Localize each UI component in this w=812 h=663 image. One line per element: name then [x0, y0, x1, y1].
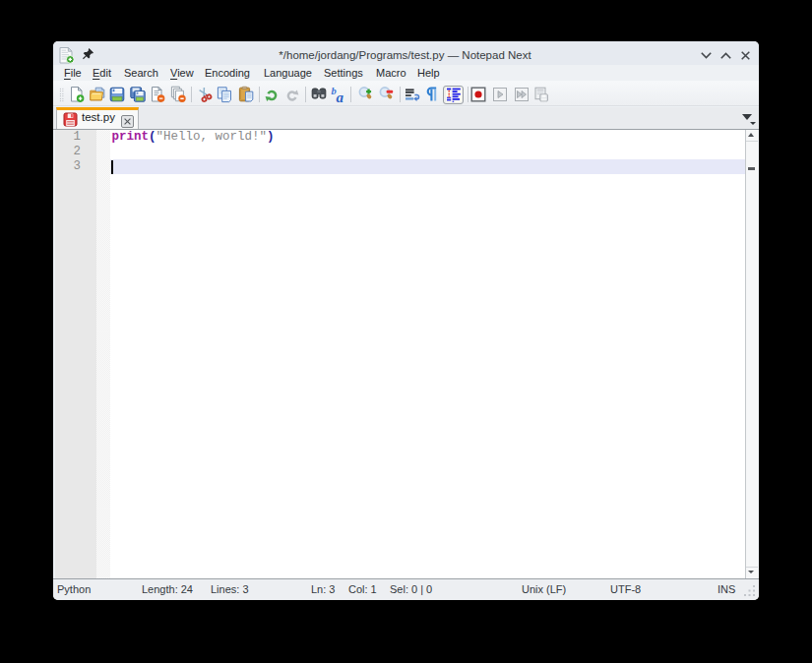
svg-text:a: a — [337, 90, 344, 105]
